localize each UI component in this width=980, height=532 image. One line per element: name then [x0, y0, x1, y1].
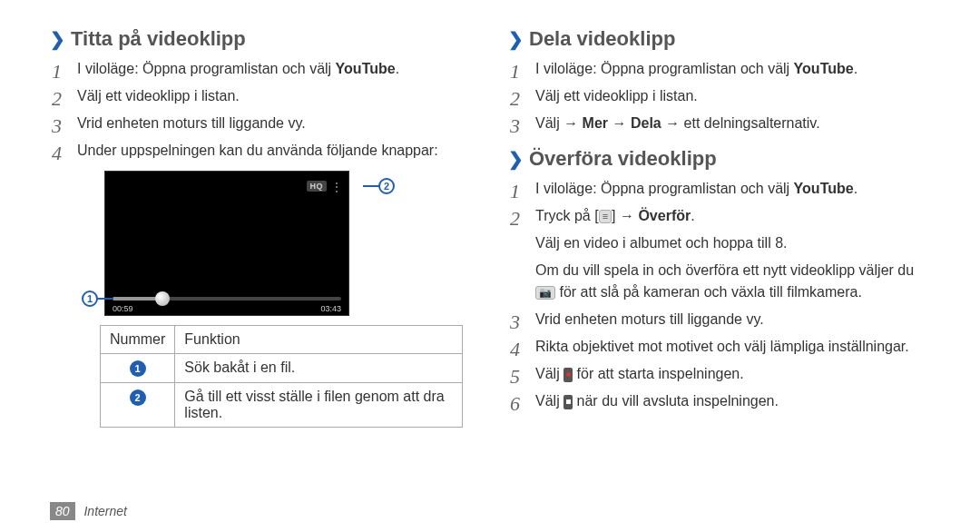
title-text: Dela videoklipp	[529, 27, 675, 51]
right-column: ❯ Dela videoklipp I viloläge: Öppna prog…	[508, 27, 930, 428]
section-name: Internet	[83, 504, 126, 518]
sub-note: Välj en video i albumet och hoppa till 8…	[508, 232, 930, 254]
hq-badge: HQ	[307, 181, 328, 192]
time-elapsed: 00:59	[113, 304, 133, 313]
step-item: Under uppspelningen kan du använda följa…	[50, 140, 472, 162]
callout-line	[363, 185, 379, 187]
steps-share: I viloläge: Öppna programlistan och välj…	[508, 58, 930, 134]
page-number: 80	[50, 502, 75, 520]
chevron-icon: ❯	[50, 28, 65, 50]
progress-bar	[113, 297, 341, 300]
step-item: I viloläge: Öppna programlistan och välj…	[50, 58, 472, 80]
step-item: Vrid enheten moturs till liggande vy.	[50, 113, 472, 134]
step-item: Rikta objektivet mot motivet och välj lä…	[508, 336, 930, 358]
step-item: I viloläge: Öppna programlistan och välj…	[508, 58, 930, 80]
section-title-upload: ❯ Överföra videoklipp	[508, 147, 930, 171]
video-player-illustration: HQ ⋮ 00:59 03:43 1 2	[104, 171, 372, 316]
step-item: Tryck på [≡] → Överför.	[508, 205, 930, 227]
left-column: ❯ Titta på videoklipp I viloläge: Öppna …	[50, 27, 472, 428]
step-item: Välj ett videoklipp i listan.	[508, 85, 930, 107]
title-text: Titta på videoklipp	[71, 27, 246, 51]
section-title-watch: ❯ Titta på videoklipp	[50, 27, 472, 51]
video-player: HQ ⋮ 00:59 03:43	[104, 171, 349, 316]
callout-marker-1: 1	[82, 291, 98, 307]
time-total: 03:43	[320, 304, 341, 313]
sub-note: Om du vill spela in och överföra ett nyt…	[508, 260, 930, 303]
table-row: 1 Sök bakåt i en fil.	[101, 354, 463, 383]
step-item: Vrid enheten moturs till liggande vy.	[508, 309, 930, 330]
col-function: Funktion	[175, 326, 463, 354]
col-number: Nummer	[101, 326, 175, 354]
chevron-icon: ❯	[508, 148, 524, 170]
page-footer: 80 Internet	[50, 504, 127, 518]
menu-icon: ≡	[599, 210, 612, 223]
callout-marker-2: 2	[378, 178, 395, 194]
step-item: Välj för att starta inspelningen.	[508, 363, 930, 385]
more-dots-icon: ⋮	[331, 181, 341, 193]
table-header-row: Nummer Funktion	[101, 326, 463, 354]
table-row: 2 Gå till ett visst ställe i filen genom…	[101, 383, 463, 428]
steps-watch: I viloläge: Öppna programlistan och välj…	[50, 58, 472, 162]
steps-upload: I viloläge: Öppna programlistan och välj…	[508, 178, 930, 227]
chevron-icon: ❯	[508, 28, 524, 50]
step-item: I viloläge: Öppna programlistan och välj…	[508, 178, 930, 200]
section-title-share: ❯ Dela videoklipp	[508, 27, 930, 51]
callout-line	[97, 298, 113, 300]
record-icon	[564, 368, 573, 382]
step-item: Välj → Mer → Dela → ett delningsalternat…	[508, 113, 930, 134]
camera-icon: 📷	[535, 286, 555, 300]
marker-1-icon: 1	[130, 360, 146, 377]
title-text: Överföra videoklipp	[529, 147, 717, 171]
stop-icon	[564, 395, 573, 409]
marker-2-icon: 2	[130, 389, 146, 406]
function-table: Nummer Funktion 1 Sök bakåt i en fil. 2 …	[100, 325, 463, 428]
steps-upload-cont: Vrid enheten moturs till liggande vy. Ri…	[508, 309, 930, 412]
step-item: Välj när du vill avsluta inspelningen.	[508, 390, 930, 412]
step-item: Välj ett videoklipp i listan.	[50, 85, 472, 107]
progress-knob	[155, 291, 170, 306]
